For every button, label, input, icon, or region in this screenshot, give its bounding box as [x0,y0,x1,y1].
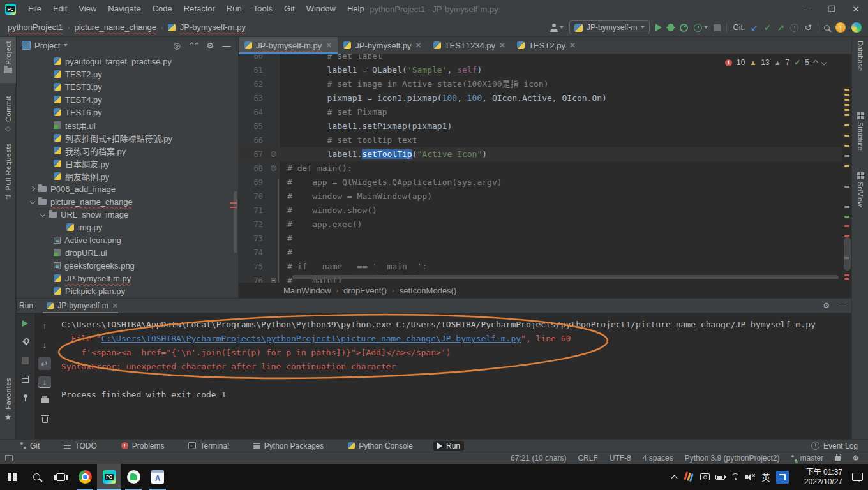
chevron-down-icon[interactable] [30,199,35,204]
console-file-link[interactable]: C:\Users\TOSHIBA\PycharmProjects\pythonP… [101,334,521,343]
collapse-all-button[interactable]: ⌃⌃ [187,39,200,52]
task-view-button[interactable] [49,464,73,490]
chevron-down-icon[interactable] [64,44,68,47]
ime-language-indicator[interactable]: 英 [758,464,774,490]
run-tab[interactable]: JP-bymyself-m ✕ [40,298,124,313]
profile-button-coverage[interactable] [680,24,688,32]
close-button[interactable]: ✕ [844,0,868,18]
horizontal-scrollbar[interactable] [292,275,839,279]
hide-panel-button[interactable]: — [220,39,233,52]
git-rollback-button[interactable]: ↺ [804,23,812,32]
soft-wrap-icon[interactable]: ↵ [38,357,51,370]
search-everywhere-button[interactable] [824,25,830,31]
tool-window-commit[interactable]: Commit ◇ [0,92,16,133]
tray-app-icon[interactable] [682,464,697,490]
menu-run[interactable]: Run [221,0,248,18]
project-panel-title[interactable]: Project [34,41,60,50]
next-problem-icon[interactable] [821,60,827,65]
close-icon[interactable]: ✕ [112,302,118,310]
toolwindow-run[interactable]: Run [433,441,464,451]
wifi-icon[interactable] [728,464,743,490]
menu-edit[interactable]: Edit [47,0,73,18]
git-history-button[interactable] [790,24,798,32]
run-button[interactable] [655,24,662,31]
tree-item[interactable]: dropURL.ui [17,246,238,259]
menu-window[interactable]: Window [301,0,341,18]
menu-refactor[interactable]: Refactor [178,0,221,18]
tree-item[interactable]: TEST4.py [17,93,238,106]
toolwindow-terminal[interactable]: >_Terminal [184,441,232,451]
stop-button[interactable] [714,24,721,31]
breadcrumb-method[interactable]: setIconModes() [400,286,457,295]
python-interpreter[interactable]: Python 3.9 (pythonProject2) [685,454,780,463]
coverage-button[interactable] [694,24,708,32]
tool-window-favorites[interactable]: Favorites ★ [0,374,16,435]
close-icon[interactable]: ✕ [499,41,505,50]
menu-code[interactable]: Code [147,0,178,18]
line-separator[interactable]: CRLF [578,454,597,463]
menu-file[interactable]: File [22,0,47,18]
print-icon[interactable] [38,394,51,407]
breadcrumb-method[interactable]: dropEvent() [343,286,387,295]
read-only-lock-icon[interactable] [835,456,841,461]
action-center-button[interactable] [846,464,868,490]
tool-window-database[interactable]: Database [852,41,868,71]
chevron-right-icon[interactable] [30,186,35,191]
fold-marker-icon[interactable] [271,278,276,283]
tree-item[interactable]: TEST2.py [17,68,238,80]
event-log-button[interactable]: Event Log [811,442,858,450]
close-icon[interactable]: ✕ [415,41,422,50]
tool-window-sciview[interactable]: SciView [852,172,868,207]
breadcrumb-project[interactable]: pythonProject1 [8,22,63,32]
toolwindow-python-console[interactable]: Python Console [344,441,417,451]
tray-display-icon[interactable] [697,464,712,490]
tree-item[interactable]: 我练习的档案.py [17,144,238,157]
tree-item-folder[interactable]: P006_add_image [17,182,238,195]
fold-marker-icon[interactable] [271,165,276,171]
taskbar-search-button[interactable] [24,464,49,490]
menu-tools[interactable]: Tools [248,0,278,18]
toolwindow-git[interactable]: Git [17,441,43,451]
tab-test2[interactable]: TEST2.py ✕ [511,37,581,54]
taskbar-chrome[interactable] [73,464,97,490]
file-encoding[interactable]: UTF-8 [610,454,631,463]
console-output[interactable]: C:\Users\TOSHIBA\AppData\Local\Programs\… [61,318,845,402]
breadcrumb-class[interactable]: MainWindow [283,286,331,295]
tree-item[interactable]: 列表推倒式+扣除標點符號.py [17,131,238,144]
up-stack-trace-icon[interactable]: ↑ [38,319,51,332]
taskbar-pycharm[interactable]: PC [97,464,121,490]
toolwindow-problems[interactable]: !Problems [117,441,168,451]
git-update-button[interactable]: ↙ [751,23,758,32]
volume-muted-icon[interactable] [743,464,758,490]
toolwindow-python-packages[interactable]: Python Packages [250,441,327,451]
tree-item[interactable]: img.py [17,221,238,234]
hide-panel-button[interactable]: — [839,301,846,310]
tool-window-pull-requests[interactable]: Pull Requests ⇄ [0,139,16,205]
tree-item-folder[interactable]: picture_name_change [17,195,238,208]
start-button[interactable] [0,464,24,490]
tool-window-structure[interactable]: Structure [852,112,868,151]
tree-scrollbar[interactable] [234,191,237,253]
code-with-me-icon[interactable] [851,22,862,33]
locate-file-button[interactable]: ◎ [170,39,183,52]
tree-item[interactable]: test用.ui [17,119,238,131]
editor-scrollbar-thumb[interactable] [844,237,851,271]
code-editor[interactable]: 60 # set label 61 label1 = QLabel('Sampl… [239,54,842,283]
tab-test1234[interactable]: TEST1234.py ✕ [428,37,512,54]
rerun-button[interactable] [22,320,28,327]
settings-icon[interactable]: ⚙ [204,39,216,52]
tree-item[interactable]: 網友範例.py [17,170,238,182]
tab-jp-bymyself-m[interactable]: JP-bymyself-m.py ✕ [239,37,338,54]
menu-view[interactable]: View [73,0,102,18]
taskbar-text-app[interactable]: A [146,464,170,490]
menu-help[interactable]: Help [341,0,370,18]
close-icon[interactable]: ✕ [326,41,332,50]
edit-configuration-icon[interactable] [22,338,29,346]
tree-item[interactable]: Active Icon.png [17,234,238,246]
battery-icon[interactable] [712,464,728,490]
stop-button[interactable] [22,357,29,364]
close-icon[interactable]: ✕ [569,41,576,50]
pin-tab-icon[interactable] [24,394,27,398]
tree-item[interactable]: TEST3.py [17,80,238,93]
minimize-button[interactable]: — [795,0,819,18]
